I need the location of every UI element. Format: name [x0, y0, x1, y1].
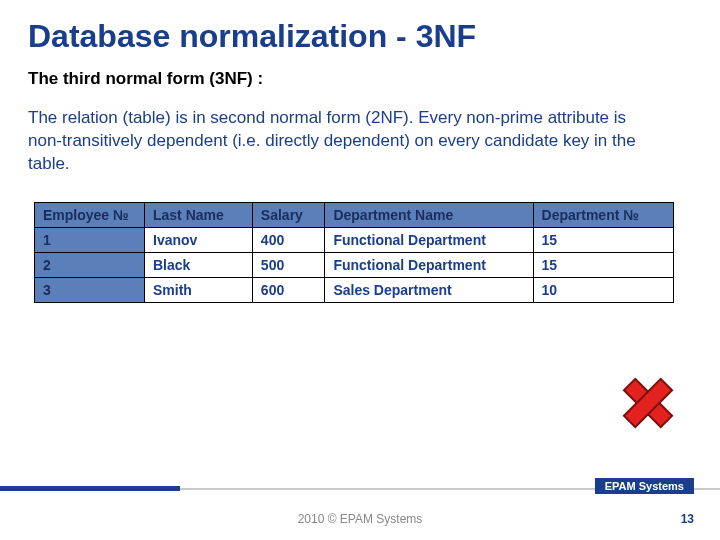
- footer-divider: EPAM Systems: [0, 482, 720, 494]
- cell-last-name: Smith: [145, 277, 253, 302]
- col-header: Employee №: [35, 202, 145, 227]
- body-paragraph: The relation (table) is in second normal…: [28, 107, 648, 176]
- cell-employee-no: 3: [35, 277, 145, 302]
- cell-dept-name: Sales Department: [325, 277, 533, 302]
- table-header-row: Employee № Last Name Salary Department N…: [35, 202, 674, 227]
- cell-last-name: Ivanov: [145, 227, 253, 252]
- divider-blue-accent: [0, 486, 180, 491]
- employee-table: Employee № Last Name Salary Department N…: [34, 202, 674, 303]
- company-badge: EPAM Systems: [595, 478, 694, 494]
- col-header: Salary: [252, 202, 325, 227]
- cell-dept-name: Functional Department: [325, 252, 533, 277]
- cell-employee-no: 2: [35, 252, 145, 277]
- slide: Database normalization - 3NF The third n…: [0, 0, 720, 540]
- cross-icon: [616, 371, 680, 435]
- page-title: Database normalization - 3NF: [28, 18, 692, 55]
- cell-dept-name: Functional Department: [325, 227, 533, 252]
- cell-last-name: Black: [145, 252, 253, 277]
- cell-salary: 400: [252, 227, 325, 252]
- copyright-text: 2010 © EPAM Systems: [0, 512, 720, 526]
- table-row: 3 Smith 600 Sales Department 10: [35, 277, 674, 302]
- page-number: 13: [681, 512, 694, 526]
- cell-dept-no: 10: [533, 277, 673, 302]
- cell-dept-no: 15: [533, 252, 673, 277]
- table-row: 2 Black 500 Functional Department 15: [35, 252, 674, 277]
- cell-dept-no: 15: [533, 227, 673, 252]
- col-header: Last Name: [145, 202, 253, 227]
- cell-salary: 500: [252, 252, 325, 277]
- section-subtitle: The third normal form (3NF) :: [28, 69, 692, 89]
- slide-footer: EPAM Systems 2010 © EPAM Systems 13: [0, 482, 720, 540]
- cell-employee-no: 1: [35, 227, 145, 252]
- col-header: Department №: [533, 202, 673, 227]
- cell-salary: 600: [252, 277, 325, 302]
- col-header: Department Name: [325, 202, 533, 227]
- table-row: 1 Ivanov 400 Functional Department 15: [35, 227, 674, 252]
